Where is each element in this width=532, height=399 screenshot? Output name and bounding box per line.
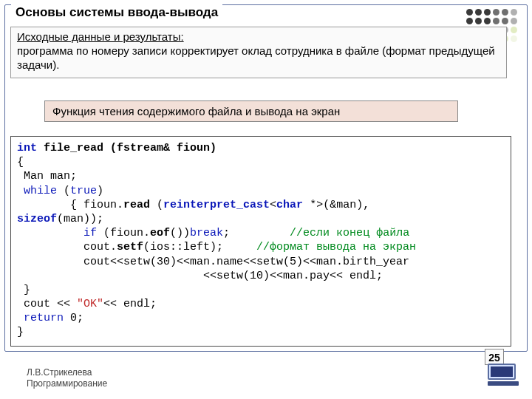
footer-course: Программирование	[27, 378, 107, 389]
page-title: Основы системы ввода-вывода	[16, 5, 218, 19]
page-number: 25	[485, 349, 504, 365]
intro-box: Исходные данные и результаты: программа …	[10, 27, 507, 78]
header-bar: Основы системы ввода-вывода	[11, 4, 222, 21]
footer: Л.В.Стрикелева Программирование	[27, 367, 107, 389]
intro-title: Исходные данные и результаты:	[17, 30, 184, 43]
function-caption: Функция чтения содержимого файла и вывод…	[44, 100, 458, 122]
code-listing: int file_read (fstream& fioun) { Man man…	[10, 136, 511, 347]
footer-author: Л.В.Стрикелева	[27, 367, 92, 378]
computer-icon	[488, 364, 519, 389]
intro-body: программа по номеру записи корректирует …	[17, 44, 495, 71]
